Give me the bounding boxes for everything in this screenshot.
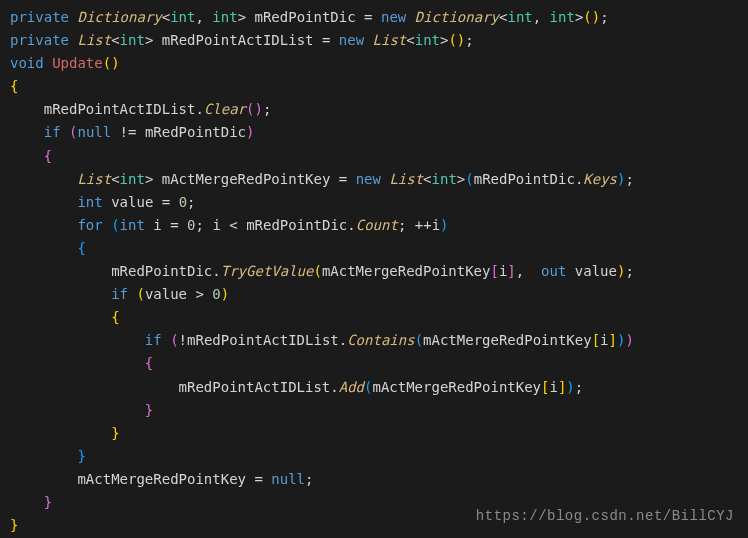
method-contains: Contains [347, 332, 414, 348]
method-trygetvalue: TryGetValue [221, 263, 314, 279]
type-list: List [77, 32, 111, 48]
prop-keys: Keys [583, 171, 617, 187]
method-update: Update [52, 55, 103, 71]
method-add: Add [339, 379, 364, 395]
type-dictionary: Dictionary [77, 9, 161, 25]
watermark-text: https://blog.csdn.net/BillCYJ [476, 505, 734, 528]
var-mactmergeredpointkey: mActMergeRedPointKey [162, 171, 331, 187]
kw-private: private [10, 9, 69, 25]
var-mredpointdic: mRedPointDic [255, 9, 356, 25]
prop-count: Count [356, 217, 398, 233]
code-block: private Dictionary<int, int> mRedPointDi… [10, 6, 738, 537]
var-mredpointactidlist: mRedPointActIDList [162, 32, 314, 48]
method-clear: Clear [204, 101, 246, 117]
